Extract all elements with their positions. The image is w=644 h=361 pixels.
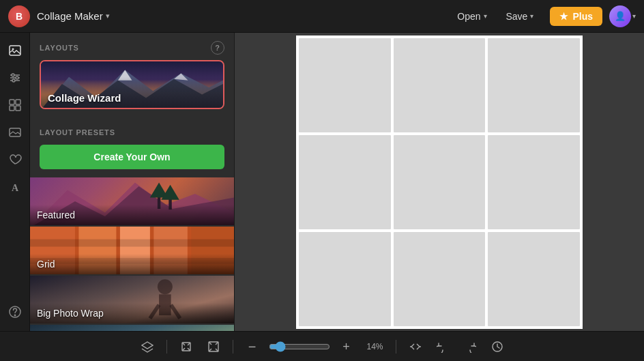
layouts-help-icon[interactable]: ? bbox=[211, 41, 224, 55]
rail-text-icon[interactable]: A bbox=[3, 175, 27, 199]
save-label: Save bbox=[506, 11, 528, 22]
preset-featured-label: Featured bbox=[37, 210, 75, 220]
collage-cell-2 bbox=[394, 38, 486, 132]
svg-point-1 bbox=[12, 48, 14, 50]
open-button[interactable]: Open ▾ bbox=[448, 7, 496, 26]
svg-point-6 bbox=[16, 76, 18, 79]
wizard-card-label: Collage Wizard bbox=[41, 88, 223, 108]
preset-item-featured[interactable]: Featured bbox=[30, 177, 234, 225]
preset-grid-label: Grid bbox=[37, 259, 55, 270]
rail-help-icon[interactable] bbox=[3, 300, 27, 324]
toolbar-divider-3 bbox=[396, 340, 396, 353]
collage-cell-3 bbox=[488, 38, 580, 132]
expand-button[interactable] bbox=[203, 336, 224, 358]
rail-landscape-icon[interactable] bbox=[3, 120, 27, 145]
zoom-slider-wrap bbox=[269, 341, 330, 352]
undo-icon bbox=[437, 341, 449, 353]
layers-button[interactable] bbox=[136, 336, 158, 358]
undo-button[interactable] bbox=[432, 336, 454, 358]
rail-grid-icon[interactable] bbox=[3, 93, 27, 117]
svg-rect-0 bbox=[10, 46, 20, 55]
expand-icon bbox=[207, 341, 220, 353]
preset-grid-overlay: Grid bbox=[30, 254, 234, 274]
plus-button[interactable]: ★ Plus bbox=[550, 7, 602, 26]
redo-button[interactable] bbox=[459, 336, 481, 358]
preset-item-grid[interactable]: Grid bbox=[30, 227, 234, 274]
collage-grid bbox=[296, 35, 583, 329]
svg-marker-42 bbox=[142, 342, 153, 349]
app-logo[interactable]: B bbox=[8, 5, 30, 27]
zoom-value: 14 bbox=[366, 342, 375, 351]
collage-cell-8 bbox=[394, 232, 486, 326]
open-chevron: ▾ bbox=[484, 12, 487, 20]
collage-wizard-card[interactable]: Collage Wizard bbox=[40, 60, 224, 109]
redo-icon bbox=[464, 341, 476, 353]
fit-canvas-icon bbox=[180, 341, 192, 353]
collage-cell-4 bbox=[299, 135, 391, 229]
zoom-out-button[interactable]: − bbox=[241, 336, 263, 358]
preset-item-bigphoto[interactable]: Big Photo Wrap bbox=[30, 276, 234, 323]
topbar: B Collage Maker ▾ Open ▾ Save ▾ ★ Plus 👤… bbox=[0, 0, 644, 33]
collage-cell-6 bbox=[488, 135, 580, 229]
avatar-chevron-icon: ▾ bbox=[632, 12, 636, 20]
layers-icon bbox=[141, 341, 153, 353]
main-area: A LAYOUTS ? bbox=[0, 33, 644, 331]
svg-point-15 bbox=[14, 315, 15, 315]
collage-cell-9 bbox=[488, 232, 580, 326]
preset-facebook-bg bbox=[30, 325, 234, 331]
rail-heart-icon[interactable] bbox=[3, 147, 27, 172]
toolbar-divider-2 bbox=[233, 340, 233, 353]
rail-image-icon[interactable] bbox=[3, 38, 27, 63]
svg-point-38 bbox=[158, 279, 173, 294]
icon-rail: A bbox=[0, 33, 30, 331]
app-name-label: Collage Maker bbox=[37, 10, 103, 22]
logo-letter: B bbox=[16, 11, 23, 22]
layouts-label: LAYOUTS bbox=[40, 44, 79, 52]
avatar[interactable]: 👤 bbox=[609, 5, 631, 27]
presets-label: LAYOUT PRESETS bbox=[40, 128, 115, 136]
bottom-toolbar: − + 14% bbox=[0, 331, 644, 361]
collage-cell-5 bbox=[394, 135, 486, 229]
sidebar-panel: LAYOUTS ? bbox=[30, 33, 235, 331]
history-button[interactable] bbox=[486, 336, 508, 358]
app-title-chevron: ▾ bbox=[106, 12, 110, 20]
save-chevron: ▾ bbox=[530, 12, 533, 20]
facebook-illustration bbox=[30, 325, 234, 331]
plus-label: Plus bbox=[572, 11, 593, 22]
history-icon bbox=[491, 341, 503, 353]
zoom-in-button[interactable]: + bbox=[336, 336, 357, 358]
svg-rect-10 bbox=[10, 106, 14, 111]
svg-point-5 bbox=[12, 74, 14, 76]
presets-section-header: LAYOUT PRESETS bbox=[30, 120, 234, 142]
svg-rect-8 bbox=[10, 100, 14, 104]
open-label: Open bbox=[457, 11, 480, 22]
preset-bigphoto-overlay: Big Photo Wrap bbox=[30, 303, 234, 323]
svg-rect-11 bbox=[16, 106, 20, 111]
svg-rect-9 bbox=[16, 100, 20, 104]
avatar-image: 👤 bbox=[615, 11, 626, 21]
zoom-slider[interactable] bbox=[269, 341, 330, 352]
svg-rect-12 bbox=[10, 128, 20, 136]
zoom-unit: % bbox=[376, 342, 383, 351]
collage-cell-7 bbox=[299, 232, 391, 326]
toolbar-divider-1 bbox=[166, 340, 167, 353]
zoom-percentage: 14% bbox=[363, 342, 387, 351]
preset-bigphoto-label: Big Photo Wrap bbox=[37, 308, 104, 319]
app-title-wrapper: Collage Maker ▾ bbox=[37, 10, 110, 22]
save-button[interactable]: Save ▾ bbox=[497, 7, 544, 26]
fit-canvas-button[interactable] bbox=[175, 336, 197, 358]
canvas-area bbox=[235, 33, 644, 331]
svg-text:A: A bbox=[12, 183, 19, 193]
zoom-in-icon: + bbox=[342, 341, 350, 353]
rail-sliders-icon[interactable] bbox=[3, 66, 27, 90]
svg-rect-40 bbox=[30, 325, 234, 331]
flip-horizontal-button[interactable] bbox=[405, 336, 426, 358]
layouts-section-header: LAYOUTS ? bbox=[30, 33, 234, 60]
create-your-own-button[interactable]: Create Your Own bbox=[40, 145, 224, 169]
svg-rect-34 bbox=[30, 240, 234, 247]
zoom-out-icon: − bbox=[248, 340, 257, 353]
flip-horizontal-icon bbox=[409, 341, 422, 353]
preset-featured-overlay: Featured bbox=[30, 205, 234, 225]
preset-item-facebook[interactable]: Facebook Cover bbox=[30, 325, 234, 331]
plus-star-icon: ★ bbox=[559, 11, 568, 22]
